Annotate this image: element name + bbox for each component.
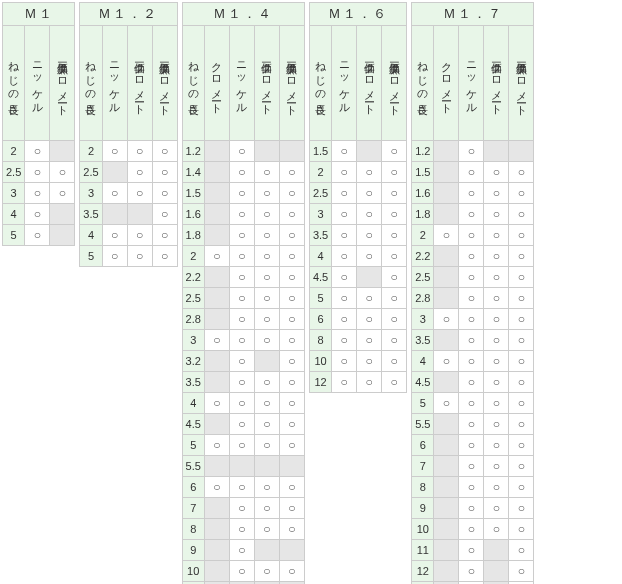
circle-icon bbox=[204, 393, 229, 414]
table-row: 2.2 bbox=[412, 246, 534, 267]
table-row: 5.5 bbox=[182, 456, 304, 477]
circle-icon bbox=[229, 330, 254, 351]
length-cell: 1.2 bbox=[182, 141, 204, 162]
table-row: 4 bbox=[412, 351, 534, 372]
empty-cell bbox=[204, 414, 229, 435]
empty-cell bbox=[434, 183, 459, 204]
circle-icon bbox=[509, 267, 534, 288]
length-cell: 1.5 bbox=[309, 141, 331, 162]
table-title: Ｍ１．６ bbox=[309, 3, 406, 26]
table-row: 10 bbox=[182, 561, 304, 582]
table-row: 3 bbox=[309, 204, 406, 225]
circle-icon bbox=[509, 393, 534, 414]
length-cell: 8 bbox=[182, 519, 204, 540]
col-header-n: ニッケル bbox=[25, 26, 50, 141]
length-cell: 3 bbox=[182, 330, 204, 351]
circle-icon bbox=[357, 183, 382, 204]
empty-cell bbox=[434, 540, 459, 561]
col-header-s: 三価クロメート bbox=[484, 26, 509, 141]
circle-icon bbox=[509, 414, 534, 435]
circle-icon bbox=[484, 330, 509, 351]
empty-cell bbox=[204, 309, 229, 330]
length-cell: 2.2 bbox=[182, 267, 204, 288]
table-row: 2.2 bbox=[182, 267, 304, 288]
circle-icon bbox=[204, 477, 229, 498]
table-row: 3.2 bbox=[182, 351, 304, 372]
empty-cell bbox=[102, 162, 127, 183]
circle-icon bbox=[229, 435, 254, 456]
row-label: ねじの長さ bbox=[80, 26, 102, 141]
circle-icon bbox=[254, 393, 279, 414]
circle-icon bbox=[332, 267, 357, 288]
circle-icon bbox=[357, 246, 382, 267]
circle-icon bbox=[382, 330, 407, 351]
length-cell: 2.8 bbox=[412, 288, 434, 309]
circle-icon bbox=[509, 351, 534, 372]
circle-icon bbox=[382, 351, 407, 372]
circle-icon bbox=[254, 225, 279, 246]
length-cell: 2 bbox=[80, 141, 102, 162]
spec-table: Ｍ１．６ねじの長さニッケル三価クロメート三価黒クロメート1.522.533.54… bbox=[309, 2, 407, 393]
row-label: ねじの長さ bbox=[182, 26, 204, 141]
empty-cell bbox=[279, 456, 304, 477]
empty-cell bbox=[434, 162, 459, 183]
circle-icon bbox=[229, 309, 254, 330]
table-row: 4.5 bbox=[182, 414, 304, 435]
circle-icon bbox=[25, 183, 50, 204]
table-row: 2.5 bbox=[3, 162, 75, 183]
length-cell: 7 bbox=[412, 456, 434, 477]
table-row: 12 bbox=[412, 561, 534, 582]
empty-cell bbox=[50, 225, 75, 246]
length-cell: 2.5 bbox=[309, 183, 331, 204]
length-cell: 5.5 bbox=[182, 456, 204, 477]
circle-icon bbox=[459, 309, 484, 330]
circle-icon bbox=[509, 183, 534, 204]
circle-icon bbox=[254, 519, 279, 540]
length-cell: 2.5 bbox=[182, 288, 204, 309]
circle-icon bbox=[229, 561, 254, 582]
length-cell: 2 bbox=[412, 225, 434, 246]
table-row: 3.5 bbox=[80, 204, 177, 225]
circle-icon bbox=[509, 540, 534, 561]
length-cell: 2.5 bbox=[412, 267, 434, 288]
empty-cell bbox=[204, 351, 229, 372]
circle-icon bbox=[279, 561, 304, 582]
circle-icon bbox=[459, 519, 484, 540]
circle-icon bbox=[357, 372, 382, 393]
length-cell: 4.5 bbox=[309, 267, 331, 288]
table-row: 1.8 bbox=[412, 204, 534, 225]
circle-icon bbox=[229, 141, 254, 162]
length-cell: 10 bbox=[309, 351, 331, 372]
col-header-b: 三価黒クロメート bbox=[152, 26, 177, 141]
circle-icon bbox=[382, 141, 407, 162]
row-label: ねじの長さ bbox=[3, 26, 25, 141]
circle-icon bbox=[509, 162, 534, 183]
circle-icon bbox=[509, 561, 534, 582]
circle-icon bbox=[357, 351, 382, 372]
circle-icon bbox=[332, 351, 357, 372]
circle-icon bbox=[332, 162, 357, 183]
length-cell: 4 bbox=[309, 246, 331, 267]
circle-icon bbox=[509, 330, 534, 351]
circle-icon bbox=[279, 309, 304, 330]
empty-cell bbox=[434, 204, 459, 225]
circle-icon bbox=[357, 288, 382, 309]
circle-icon bbox=[204, 246, 229, 267]
circle-icon bbox=[332, 225, 357, 246]
circle-icon bbox=[509, 519, 534, 540]
table-row: 2.5 bbox=[309, 183, 406, 204]
circle-icon bbox=[459, 498, 484, 519]
length-cell: 2 bbox=[309, 162, 331, 183]
circle-icon bbox=[459, 372, 484, 393]
empty-cell bbox=[204, 183, 229, 204]
circle-icon bbox=[332, 141, 357, 162]
length-cell: 12 bbox=[412, 561, 434, 582]
circle-icon bbox=[229, 477, 254, 498]
circle-icon bbox=[229, 162, 254, 183]
table-row: 4.5 bbox=[412, 372, 534, 393]
circle-icon bbox=[102, 225, 127, 246]
table-row: 4.5 bbox=[309, 267, 406, 288]
circle-icon bbox=[254, 288, 279, 309]
circle-icon bbox=[152, 204, 177, 225]
circle-icon bbox=[509, 225, 534, 246]
